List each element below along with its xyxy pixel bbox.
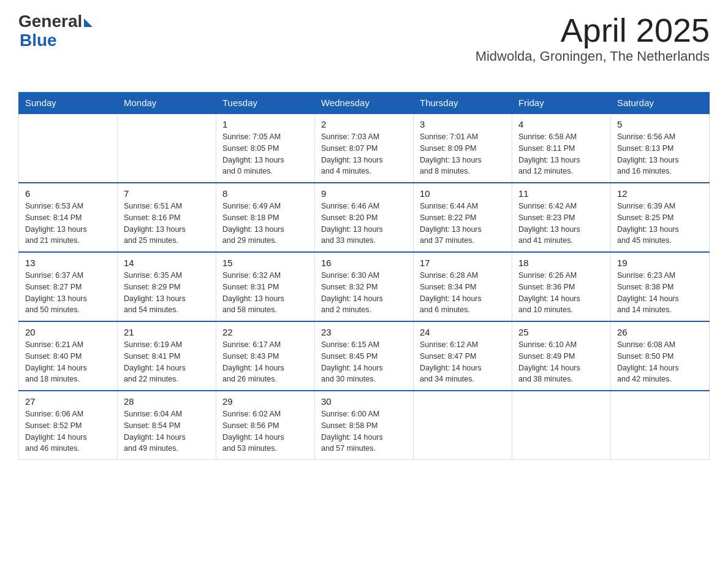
day-info: Sunrise: 6:30 AM Sunset: 8:32 PM Dayligh… (321, 270, 407, 316)
calendar-cell-w5-d2: 28Sunrise: 6:04 AM Sunset: 8:54 PM Dayli… (118, 391, 216, 460)
day-number: 12 (617, 188, 703, 199)
calendar-header: SundayMondayTuesdayWednesdayThursdayFrid… (19, 93, 710, 114)
day-number: 16 (321, 258, 407, 268)
day-number: 9 (321, 188, 407, 199)
calendar-cell-w1-d2 (118, 113, 216, 183)
day-number: 24 (420, 327, 506, 337)
day-number: 19 (617, 258, 703, 268)
calendar-cell-w5-d6 (512, 391, 611, 460)
logo-line1: General (18, 12, 93, 31)
day-info: Sunrise: 6:02 AM Sunset: 8:56 PM Dayligh… (222, 408, 308, 454)
header-thursday: Thursday (414, 93, 512, 114)
day-number: 10 (420, 188, 506, 199)
calendar-header-row: SundayMondayTuesdayWednesdayThursdayFrid… (19, 93, 710, 114)
day-number: 20 (25, 327, 111, 337)
day-number: 29 (222, 396, 308, 407)
calendar-week-2: 6Sunrise: 6:53 AM Sunset: 8:14 PM Daylig… (19, 183, 710, 252)
calendar-cell-w3-d2: 14Sunrise: 6:35 AM Sunset: 8:29 PM Dayli… (118, 252, 216, 321)
header-friday: Friday (512, 93, 611, 114)
day-info: Sunrise: 6:19 AM Sunset: 8:41 PM Dayligh… (124, 339, 210, 385)
day-info: Sunrise: 6:49 AM Sunset: 8:18 PM Dayligh… (222, 201, 308, 247)
day-number: 25 (518, 327, 604, 337)
day-number: 8 (222, 188, 308, 199)
day-info: Sunrise: 6:53 AM Sunset: 8:14 PM Dayligh… (25, 201, 111, 247)
calendar-week-5: 27Sunrise: 6:06 AM Sunset: 8:52 PM Dayli… (19, 391, 710, 460)
day-number: 5 (617, 119, 703, 129)
day-number: 13 (25, 258, 111, 268)
day-info: Sunrise: 6:15 AM Sunset: 8:45 PM Dayligh… (321, 339, 407, 385)
day-number: 30 (321, 396, 407, 407)
calendar-cell-w1-d4: 2Sunrise: 7:03 AM Sunset: 8:07 PM Daylig… (315, 113, 414, 183)
day-info: Sunrise: 6:06 AM Sunset: 8:52 PM Dayligh… (25, 408, 111, 454)
day-number: 6 (25, 188, 111, 199)
calendar-cell-w1-d3: 1Sunrise: 7:05 AM Sunset: 8:05 PM Daylig… (216, 113, 315, 183)
day-number: 15 (222, 258, 308, 268)
day-info: Sunrise: 6:44 AM Sunset: 8:22 PM Dayligh… (420, 201, 506, 247)
calendar-cell-w5-d3: 29Sunrise: 6:02 AM Sunset: 8:56 PM Dayli… (216, 391, 315, 460)
day-info: Sunrise: 7:01 AM Sunset: 8:09 PM Dayligh… (420, 131, 506, 177)
calendar-week-4: 20Sunrise: 6:21 AM Sunset: 8:40 PM Dayli… (19, 321, 710, 391)
day-info: Sunrise: 6:26 AM Sunset: 8:36 PM Dayligh… (518, 270, 604, 316)
header-sunday: Sunday (19, 93, 118, 114)
day-info: Sunrise: 6:10 AM Sunset: 8:49 PM Dayligh… (518, 339, 604, 385)
day-info: Sunrise: 6:28 AM Sunset: 8:34 PM Dayligh… (420, 270, 506, 316)
logo-line2: Blue (18, 31, 93, 50)
calendar-cell-w3-d5: 17Sunrise: 6:28 AM Sunset: 8:34 PM Dayli… (414, 252, 512, 321)
day-info: Sunrise: 6:21 AM Sunset: 8:40 PM Dayligh… (25, 339, 111, 385)
calendar-week-1: 1Sunrise: 7:05 AM Sunset: 8:05 PM Daylig… (19, 113, 710, 183)
calendar-cell-w2-d3: 8Sunrise: 6:49 AM Sunset: 8:18 PM Daylig… (216, 183, 315, 252)
calendar-container: SundayMondayTuesdayWednesdayThursdayFrid… (18, 92, 710, 460)
day-info: Sunrise: 6:08 AM Sunset: 8:50 PM Dayligh… (617, 339, 703, 385)
day-info: Sunrise: 7:03 AM Sunset: 8:07 PM Dayligh… (321, 131, 407, 177)
day-number: 18 (518, 258, 604, 268)
calendar-cell-w3-d4: 16Sunrise: 6:30 AM Sunset: 8:32 PM Dayli… (315, 252, 414, 321)
calendar-cell-w5-d4: 30Sunrise: 6:00 AM Sunset: 8:58 PM Dayli… (315, 391, 414, 460)
day-number: 21 (124, 327, 210, 337)
header-monday: Monday (118, 93, 216, 114)
day-number: 23 (321, 327, 407, 337)
calendar-cell-w2-d1: 6Sunrise: 6:53 AM Sunset: 8:14 PM Daylig… (19, 183, 118, 252)
day-number: 14 (124, 258, 210, 268)
calendar-cell-w3-d7: 19Sunrise: 6:23 AM Sunset: 8:38 PM Dayli… (611, 252, 710, 321)
day-number: 4 (518, 119, 604, 129)
calendar-cell-w3-d1: 13Sunrise: 6:37 AM Sunset: 8:27 PM Dayli… (19, 252, 118, 321)
logo-blue-text: Blue (20, 31, 57, 50)
header-saturday: Saturday (611, 93, 710, 114)
day-info: Sunrise: 6:04 AM Sunset: 8:54 PM Dayligh… (124, 408, 210, 454)
day-number: 11 (518, 188, 604, 199)
day-info: Sunrise: 6:46 AM Sunset: 8:20 PM Dayligh… (321, 201, 407, 247)
main-title: April 2025 (476, 12, 710, 48)
title-right: April 2025 Midwolda, Groningen, The Neth… (476, 12, 710, 64)
header-tuesday: Tuesday (216, 93, 315, 114)
day-info: Sunrise: 6:32 AM Sunset: 8:31 PM Dayligh… (222, 270, 308, 316)
header-wednesday: Wednesday (315, 93, 414, 114)
calendar-cell-w4-d3: 22Sunrise: 6:17 AM Sunset: 8:43 PM Dayli… (216, 321, 315, 391)
calendar-cell-w4-d2: 21Sunrise: 6:19 AM Sunset: 8:41 PM Dayli… (118, 321, 216, 391)
day-info: Sunrise: 6:39 AM Sunset: 8:25 PM Dayligh… (617, 201, 703, 247)
day-info: Sunrise: 6:58 AM Sunset: 8:11 PM Dayligh… (518, 131, 604, 177)
calendar-cell-w4-d7: 26Sunrise: 6:08 AM Sunset: 8:50 PM Dayli… (611, 321, 710, 391)
day-number: 1 (222, 119, 308, 129)
day-info: Sunrise: 6:00 AM Sunset: 8:58 PM Dayligh… (321, 408, 407, 454)
calendar-cell-w4-d5: 24Sunrise: 6:12 AM Sunset: 8:47 PM Dayli… (414, 321, 512, 391)
day-number: 27 (25, 396, 111, 407)
day-number: 3 (420, 119, 506, 129)
day-info: Sunrise: 6:35 AM Sunset: 8:29 PM Dayligh… (124, 270, 210, 316)
day-number: 7 (124, 188, 210, 199)
calendar-cell-w4-d6: 25Sunrise: 6:10 AM Sunset: 8:49 PM Dayli… (512, 321, 611, 391)
calendar-cell-w4-d4: 23Sunrise: 6:15 AM Sunset: 8:45 PM Dayli… (315, 321, 414, 391)
calendar-cell-w4-d1: 20Sunrise: 6:21 AM Sunset: 8:40 PM Dayli… (19, 321, 118, 391)
day-number: 26 (617, 327, 703, 337)
calendar-cell-w1-d1 (19, 113, 118, 183)
calendar-cell-w2-d6: 11Sunrise: 6:42 AM Sunset: 8:23 PM Dayli… (512, 183, 611, 252)
logo-wrapper: General Blue (18, 12, 93, 50)
day-info: Sunrise: 6:17 AM Sunset: 8:43 PM Dayligh… (222, 339, 308, 385)
logo-general-text: General (18, 12, 82, 31)
calendar-cell-w3-d6: 18Sunrise: 6:26 AM Sunset: 8:36 PM Dayli… (512, 252, 611, 321)
day-info: Sunrise: 6:51 AM Sunset: 8:16 PM Dayligh… (124, 201, 210, 247)
calendar-cell-w1-d6: 4Sunrise: 6:58 AM Sunset: 8:11 PM Daylig… (512, 113, 611, 183)
calendar-cell-w2-d7: 12Sunrise: 6:39 AM Sunset: 8:25 PM Dayli… (611, 183, 710, 252)
calendar-cell-w2-d2: 7Sunrise: 6:51 AM Sunset: 8:16 PM Daylig… (118, 183, 216, 252)
calendar-cell-w3-d3: 15Sunrise: 6:32 AM Sunset: 8:31 PM Dayli… (216, 252, 315, 321)
day-number: 28 (124, 396, 210, 407)
